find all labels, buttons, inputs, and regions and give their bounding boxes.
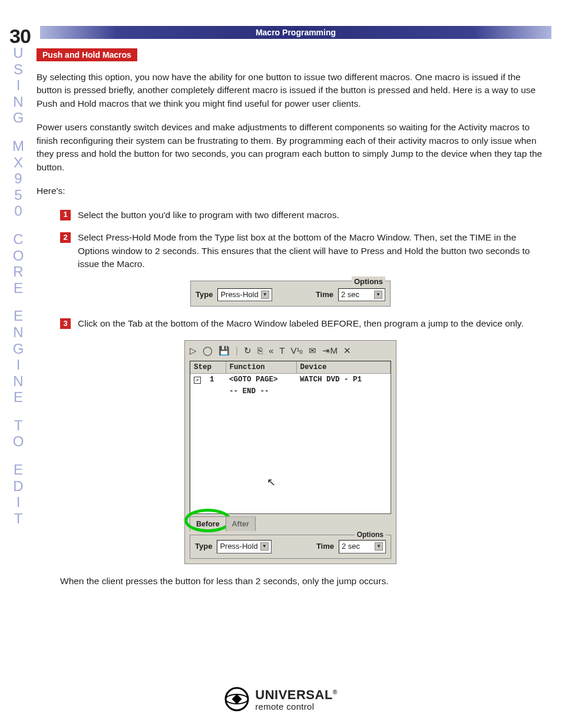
paragraph-intro-1: By selecting this option, you now have t… — [37, 71, 544, 110]
side-title-letters: USINGMX950COREENGINETOEDIT — [9, 45, 27, 526]
footer-logo: UNIVERSAL® remote control — [0, 687, 562, 714]
options-group-label: Options — [352, 276, 385, 288]
col-function-header: Function — [226, 361, 296, 374]
toolbar-icon[interactable]: ◯ — [203, 344, 213, 357]
figure-options-strip: Options Type Press-Hold ▼ Time 2 sec ▼ — [190, 281, 391, 307]
type-dropdown[interactable]: Press-Hold ▼ — [217, 540, 271, 554]
table-row[interactable]: ↗ 1 <GOTO PAGE> WATCH DVD - P1 — [190, 373, 391, 386]
options-group-label: Options — [355, 530, 386, 540]
paragraph-intro-2: Power users constantly switch devices an… — [37, 121, 544, 174]
dropdown-arrow-icon: ▼ — [261, 291, 269, 299]
type-dropdown[interactable]: Press-Hold ▼ — [217, 288, 272, 302]
tab-after[interactable]: After — [226, 516, 256, 531]
header-band: Macro Programming — [40, 26, 551, 39]
toolbar-icon[interactable]: ✕ — [343, 344, 351, 357]
toolbar-icon[interactable]: ↻ — [244, 344, 252, 357]
section-heading-push-hold: Push and Hold Macros — [37, 48, 137, 61]
toolbar-icon[interactable]: 💾 — [219, 344, 230, 357]
time-dropdown[interactable]: 2 sec ▼ — [338, 288, 385, 302]
step-number-1: 1 — [60, 210, 71, 220]
header-band-text: Macro Programming — [256, 28, 336, 37]
time-dropdown-value: 2 sec — [341, 289, 359, 301]
macro-step-table: Step Function Device ↗ 1 <GOTO PAGE> WAT… — [190, 361, 391, 514]
logo-registered-mark: ® — [333, 689, 338, 695]
dropdown-arrow-icon: ▼ — [374, 291, 382, 299]
toolbar-icon[interactable]: « — [269, 344, 273, 357]
dropdown-arrow-icon: ▼ — [375, 542, 383, 551]
tab-after-label: After — [232, 520, 249, 528]
type-dropdown-value: Press-Hold — [220, 289, 258, 301]
macro-toolbar: ▷◯💾|↻⎘«TV¹₀✉⇥M✕ — [185, 341, 396, 361]
step-number-2: 2 — [60, 232, 71, 243]
mouse-cursor-icon: ↖ — [267, 475, 276, 490]
tab-before-label: Before — [196, 520, 220, 528]
row-function: <GOTO PAGE> — [226, 373, 296, 386]
col-step-header: Step — [190, 361, 226, 374]
universal-logo-icon — [224, 687, 249, 711]
footer-paragraph: When the client presses the button for l… — [60, 575, 544, 588]
step-2-text: Select Press-Hold Mode from the Type lis… — [78, 231, 544, 271]
toolbar-icon[interactable]: ✉ — [309, 344, 316, 357]
logo-subtitle: remote control — [255, 701, 338, 711]
type-label: Type — [195, 541, 212, 552]
row-end-marker: -- END -- — [226, 386, 296, 397]
toolbar-icon[interactable]: ⎘ — [257, 344, 263, 357]
row-device: WATCH DVD - P1 — [296, 373, 391, 386]
row-step-num: 1 — [210, 375, 214, 384]
table-row: -- END -- — [190, 386, 391, 397]
type-dropdown-value: Press-Hold — [220, 541, 257, 552]
logo-brand-text: UNIVERSAL — [255, 687, 333, 702]
time-label: Time — [316, 289, 333, 301]
goto-page-icon: ↗ — [194, 377, 201, 384]
toolbar-icon[interactable]: T — [279, 344, 285, 357]
toolbar-separator: | — [236, 344, 238, 357]
col-device-header: Device — [296, 361, 391, 374]
step-number-3: 3 — [60, 318, 71, 329]
time-dropdown[interactable]: 2 sec ▼ — [339, 540, 386, 554]
type-label: Type — [196, 289, 213, 301]
toolbar-icon[interactable]: ▷ — [190, 344, 197, 357]
figure-macro-window: ▷◯💾|↻⎘«TV¹₀✉⇥M✕ Step Function Device ↗ 1… — [184, 340, 396, 564]
time-label: Time — [316, 541, 334, 552]
time-dropdown-value: 2 sec — [342, 541, 360, 552]
toolbar-icon[interactable]: V¹₀ — [290, 344, 303, 357]
toolbar-icon[interactable]: ⇥M — [322, 344, 338, 357]
svg-rect-2 — [232, 694, 242, 704]
heres-label: Here's: — [37, 185, 544, 197]
dropdown-arrow-icon: ▼ — [260, 542, 269, 551]
step-3-text: Click on the Tab at the bottom of the Ma… — [78, 317, 544, 330]
tab-before[interactable]: Before — [190, 516, 226, 531]
step-1-text: Select the button you'd like to program … — [78, 209, 544, 222]
